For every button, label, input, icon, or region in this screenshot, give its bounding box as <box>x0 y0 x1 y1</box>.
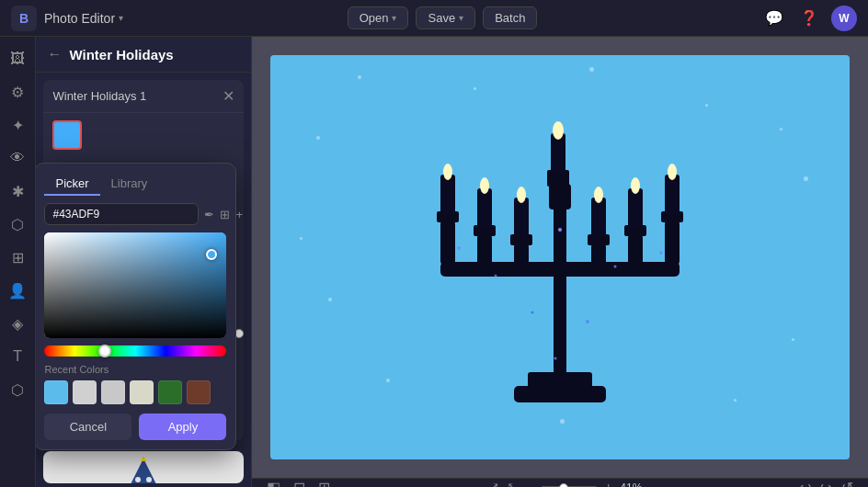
color-picker-popup: Picker Library ✒ ⊞ + <box>36 163 236 450</box>
svg-rect-17 <box>591 244 606 265</box>
svg-point-41 <box>457 246 461 250</box>
app-chevron-icon: ▾ <box>119 13 123 23</box>
gradient-dark <box>44 232 226 338</box>
zoom-value: 41% <box>620 481 642 488</box>
open-button[interactable]: Open ▾ <box>348 6 409 29</box>
undo-icon[interactable]: ↩ <box>799 479 811 487</box>
svg-point-43 <box>558 228 562 232</box>
redo-icon[interactable]: ↪ <box>820 479 832 487</box>
batch-button[interactable]: Batch <box>483 6 537 29</box>
svg-point-48 <box>554 357 557 360</box>
panel-card-1: Winter Holidays 1 ✕ Picker Library ✒ ⊞ + <box>43 80 244 440</box>
svg-point-40 <box>668 164 677 180</box>
recent-colors-row <box>44 380 226 404</box>
gradient-cursor <box>206 249 217 260</box>
sidebar-title: Winter Holidays <box>69 47 173 62</box>
svg-rect-29 <box>514 198 529 238</box>
resize-icon[interactable]: ⤡ <box>507 479 519 487</box>
color-swatch-thumb[interactable] <box>52 120 82 150</box>
grid-icon[interactable]: ⊞ <box>220 208 230 221</box>
svg-rect-19 <box>665 221 680 265</box>
toolbar-effects-icon[interactable]: ✦ <box>3 110 32 140</box>
save-button[interactable]: Save ▾ <box>416 6 475 29</box>
panel-1-close-button[interactable]: ✕ <box>223 87 234 105</box>
topbar-right: 💬 ❓ W <box>761 6 857 31</box>
toolbar-shape-icon[interactable]: ⬡ <box>3 375 32 404</box>
swatch-0[interactable] <box>44 380 68 404</box>
frame-icon[interactable]: ⊡ <box>293 479 305 487</box>
picker-cancel-button[interactable]: Cancel <box>44 413 131 440</box>
svg-point-39 <box>631 177 640 194</box>
toolbar-person-icon[interactable]: 👤 <box>3 276 32 305</box>
svg-rect-28 <box>477 188 492 229</box>
svg-point-34 <box>443 164 452 180</box>
svg-rect-32 <box>628 188 643 229</box>
batch-label: Batch <box>495 11 525 25</box>
bottom-bar: ◧ ⊡ ⊞ ⤢ ⤡ − + 41% ↩ ↪ ↺ <box>252 478 868 487</box>
svg-point-45 <box>659 251 663 255</box>
hex-input[interactable] <box>44 203 199 225</box>
canvas-area: ◧ ⊡ ⊞ ⤢ ⤡ − + 41% ↩ ↪ ↺ <box>252 37 868 487</box>
swatch-2[interactable] <box>101 380 125 404</box>
toolbar-photo-icon[interactable]: 🖼 <box>3 44 32 74</box>
swatch-3[interactable] <box>130 380 154 404</box>
hue-slider[interactable] <box>44 345 226 357</box>
swatch-5[interactable] <box>187 380 211 404</box>
save-label: Save <box>428 11 455 25</box>
thumb-card-2[interactable]: Winter Holidays 2 <box>43 451 244 483</box>
save-chevron-icon: ▾ <box>459 13 463 23</box>
app-title: Photo Editor ▾ <box>44 11 123 26</box>
tab-library[interactable]: Library <box>100 173 159 196</box>
recent-colors-label: Recent Colors <box>44 364 226 375</box>
canvas-content <box>252 37 868 478</box>
zoom-thumb <box>559 483 568 488</box>
picker-actions: Cancel Apply <box>44 413 226 440</box>
toolbar-text-icon[interactable]: T <box>3 342 32 371</box>
toolbar-adjust-icon[interactable]: ⚙ <box>3 77 32 107</box>
christmas-tree-svg <box>107 454 180 484</box>
panel-1-title: Winter Holidays 1 <box>52 89 146 103</box>
sidebar: ← Winter Holidays Winter Holidays 1 ✕ Pi… <box>36 37 252 487</box>
picker-apply-button[interactable]: Apply <box>139 413 226 440</box>
sidebar-header: ← Winter Holidays <box>36 37 251 73</box>
svg-rect-12 <box>549 184 571 210</box>
bottom-center-controls: ⤢ ⤡ − + 41% <box>330 479 799 487</box>
toolbar-sticker-icon[interactable]: ◈ <box>3 309 32 338</box>
back-button[interactable]: ← <box>47 46 62 62</box>
svg-rect-15 <box>477 234 492 265</box>
svg-point-44 <box>614 266 617 268</box>
svg-rect-13 <box>440 262 680 277</box>
swatch-4[interactable] <box>158 380 182 404</box>
toolbar-brush-icon[interactable]: ⬡ <box>3 210 32 239</box>
help-icon-button[interactable]: ❓ <box>796 6 822 31</box>
user-avatar[interactable]: W <box>831 6 857 31</box>
svg-rect-14 <box>440 221 455 265</box>
layers-icon[interactable]: ◧ <box>267 479 280 487</box>
zoom-in-icon[interactable]: + <box>604 480 612 488</box>
color-row <box>43 113 244 157</box>
zoom-out-icon[interactable]: − <box>526 480 534 488</box>
svg-point-35 <box>480 177 489 194</box>
svg-point-47 <box>586 320 589 323</box>
svg-point-6 <box>146 477 152 482</box>
topbar: B Photo Editor ▾ Open ▾ Save ▾ Batch 💬 ❓… <box>0 0 868 37</box>
toolbar-magic-icon[interactable]: ✱ <box>3 176 32 206</box>
add-icon[interactable]: + <box>235 208 243 221</box>
canvas-image[interactable] <box>270 55 850 459</box>
panel-1-header: Winter Holidays 1 ✕ <box>43 80 244 113</box>
svg-rect-31 <box>591 198 606 238</box>
tab-picker[interactable]: Picker <box>44 173 99 196</box>
grid-bottom-icon[interactable]: ⊞ <box>318 479 330 487</box>
toolbar-grid-icon[interactable]: ⊞ <box>3 243 32 272</box>
left-toolbar: 🖼 ⚙ ✦ 👁 ✱ ⬡ ⊞ 👤 ◈ T ⬡ <box>0 37 36 487</box>
chat-icon-button[interactable]: 💬 <box>761 6 787 31</box>
gradient-picker[interactable] <box>44 232 226 338</box>
svg-rect-16 <box>514 244 529 265</box>
reset-icon[interactable]: ↺ <box>841 479 853 487</box>
bottom-right-icons: ↩ ↪ ↺ <box>799 479 853 487</box>
toolbar-eye-icon[interactable]: 👁 <box>3 143 32 173</box>
fit-icon[interactable]: ⤢ <box>487 479 499 487</box>
swatch-1[interactable] <box>73 380 97 404</box>
eyedropper-icon[interactable]: ✒ <box>204 208 214 221</box>
app-logo: B <box>11 6 37 31</box>
